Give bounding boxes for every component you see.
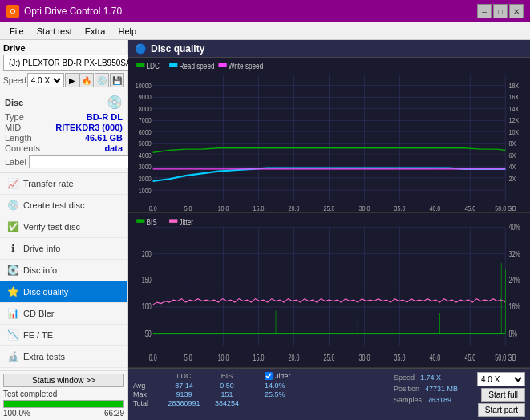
minimize-button[interactable]: – xyxy=(477,4,492,18)
sidebar-item-disc-quality[interactable]: ⭐ Disc quality xyxy=(0,281,127,303)
progress-bar-fill xyxy=(4,401,123,407)
create-test-disc-label: Create test disc xyxy=(23,200,84,210)
sidebar-item-verify-test-disc[interactable]: ✅ Verify test disc xyxy=(0,216,127,238)
disc-icon: 💿 xyxy=(107,95,123,110)
svg-text:30.0: 30.0 xyxy=(359,353,370,362)
speed-select[interactable]: 4.0 X xyxy=(27,73,64,87)
col-header-empty xyxy=(133,372,161,380)
sidebar: Drive (J:) PLEXTOR BD-R PX-LB950SA 1.06 … xyxy=(0,40,128,420)
svg-text:4000: 4000 xyxy=(139,151,152,160)
drive-info-icon: ℹ xyxy=(6,242,19,255)
svg-text:35.0: 35.0 xyxy=(394,353,405,362)
progress-bar xyxy=(3,400,124,408)
length-label: Length xyxy=(5,133,32,143)
top-chart: LDC Read speed Write speed xyxy=(128,58,530,212)
svg-rect-3 xyxy=(169,63,177,67)
disc-section-label: Disc xyxy=(5,98,23,107)
jitter-label: Jitter xyxy=(275,372,291,380)
menu-extra[interactable]: Extra xyxy=(79,25,112,38)
maximize-button[interactable]: □ xyxy=(493,4,508,18)
disc-length-row: Length 46.61 GB xyxy=(5,133,123,143)
speed-stat-val: 1.74 X xyxy=(420,374,441,382)
svg-text:16X: 16X xyxy=(508,92,519,101)
stats-table: LDC BIS Jitter Avg 37.14 0.50 14.0% xyxy=(133,372,390,407)
svg-text:45.0: 45.0 xyxy=(464,204,475,212)
svg-text:16%: 16% xyxy=(508,301,520,311)
col-header-ldc: LDC xyxy=(162,372,206,380)
sidebar-item-fe-te[interactable]: 📉 FE / TE xyxy=(0,325,127,346)
svg-text:7000: 7000 xyxy=(139,115,152,124)
transfer-rate-icon: 📈 xyxy=(6,177,19,190)
chart-header-icon: 🔵 xyxy=(135,43,147,55)
top-chart-panel: LDC Read speed Write speed xyxy=(128,58,530,213)
app-icon: O xyxy=(6,5,19,18)
label-input[interactable] xyxy=(29,155,136,168)
sidebar-item-disc-info[interactable]: 💽 Disc info xyxy=(0,260,127,281)
label-label: Label xyxy=(5,157,26,167)
jitter-checkbox[interactable] xyxy=(265,372,273,380)
avg-ldc: 37.14 xyxy=(162,382,206,390)
menu-bar: File Start test Extra Help xyxy=(0,22,530,40)
sidebar-item-create-test-disc[interactable]: 💿 Create test disc xyxy=(0,195,127,216)
svg-text:40%: 40% xyxy=(508,222,520,232)
cd-bler-label: CD Bler xyxy=(23,309,55,318)
svg-text:50.0 GB: 50.0 GB xyxy=(495,353,516,362)
progress-percent: 100.0% xyxy=(3,409,30,418)
charts-container: LDC Read speed Write speed xyxy=(128,58,530,368)
svg-rect-58 xyxy=(136,219,144,222)
title-bar-left: O Opti Drive Control 1.70 xyxy=(6,5,122,18)
svg-text:40.0: 40.0 xyxy=(429,204,440,212)
disc-contents-row: Contents data xyxy=(5,143,123,153)
max-bis: 151 xyxy=(207,390,247,398)
extra-tests-icon: 🔬 xyxy=(6,350,19,363)
elapsed-time: 66:29 xyxy=(104,409,124,418)
svg-text:BIS: BIS xyxy=(146,216,156,227)
sidebar-item-cd-bler[interactable]: 📊 CD Bler xyxy=(0,303,127,325)
title-bar-controls: – □ ✕ xyxy=(477,4,524,18)
avg-bis: 0.50 xyxy=(207,382,247,390)
svg-text:100: 100 xyxy=(142,301,152,311)
svg-text:10000: 10000 xyxy=(136,81,152,90)
mid-value: RITEKDR3 (000) xyxy=(55,123,123,132)
speed-apply-btn[interactable]: ▶ xyxy=(65,73,79,87)
disc-label-row: Label ✎ xyxy=(5,155,123,169)
verify-test-disc-label: Verify test disc xyxy=(23,222,80,232)
close-button[interactable]: ✕ xyxy=(509,4,524,18)
max-jitter: 25.5% xyxy=(265,390,321,398)
bottom-chart: BIS Jitter xyxy=(128,213,530,368)
svg-text:10X: 10X xyxy=(508,127,519,136)
svg-text:8%: 8% xyxy=(508,329,516,338)
svg-text:12X: 12X xyxy=(508,115,519,124)
sidebar-item-drive-info[interactable]: ℹ Drive info xyxy=(0,238,127,260)
svg-text:4X: 4X xyxy=(508,162,516,171)
menu-start-test[interactable]: Start test xyxy=(30,25,79,38)
status-area: Status window >> Test completed 100.0% 6… xyxy=(0,370,127,420)
status-window-button[interactable]: Status window >> xyxy=(3,374,124,387)
sidebar-item-extra-tests[interactable]: 🔬 Extra tests xyxy=(0,346,127,368)
disc-btn[interactable]: 💿 xyxy=(95,73,109,87)
disc-info-label: Disc info xyxy=(23,265,57,275)
action-controls: 4.0 X Start full Start part xyxy=(477,372,525,417)
disc-type-row: Type BD-R DL xyxy=(5,112,123,122)
svg-text:Jitter: Jitter xyxy=(179,216,193,227)
disc-quality-label: Disc quality xyxy=(23,287,68,297)
drive-selector: Drive (J:) PLEXTOR BD-R PX-LB950SA 1.06 … xyxy=(0,40,127,91)
create-test-disc-icon: 💿 xyxy=(6,199,19,212)
speed-selector[interactable]: 4.0 X xyxy=(477,372,525,386)
svg-text:5.0: 5.0 xyxy=(184,204,192,212)
disc-info-icon: 💽 xyxy=(6,264,19,277)
start-full-button[interactable]: Start full xyxy=(481,388,525,402)
chart-header: 🔵 Disc quality xyxy=(128,40,530,58)
svg-text:20.0: 20.0 xyxy=(289,353,300,362)
save-btn[interactable]: 💾 xyxy=(110,73,124,87)
svg-text:20.0: 20.0 xyxy=(289,204,300,212)
burn-btn[interactable]: 🔥 xyxy=(79,73,94,87)
svg-text:LDC: LDC xyxy=(146,61,159,71)
menu-file[interactable]: File xyxy=(3,25,30,38)
position-val: 47731 MB xyxy=(425,385,458,393)
start-part-button[interactable]: Start part xyxy=(478,403,525,417)
avg-label: Avg xyxy=(133,382,161,390)
menu-help[interactable]: Help xyxy=(111,25,143,38)
sidebar-item-transfer-rate[interactable]: 📈 Transfer rate xyxy=(0,173,127,195)
app-title: Opti Drive Control 1.70 xyxy=(24,6,122,17)
